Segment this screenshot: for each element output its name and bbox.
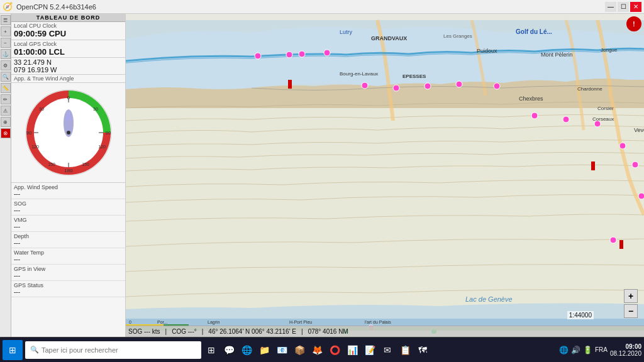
gps-view-section: GPS in View --- xyxy=(11,265,125,281)
wind-gauge-container: 0 180 90 90 30 30 120 120 150 150 xyxy=(11,83,125,183)
cpu-value: 09:00:59 CPU xyxy=(14,29,123,39)
task-icon-9[interactable]: 📝 xyxy=(362,343,377,358)
battery-icon[interactable]: 🔋 xyxy=(583,346,592,354)
svg-text:30: 30 xyxy=(93,107,98,111)
gps-clock-label: Local GPS Clock xyxy=(14,41,123,47)
task-icon-10[interactable]: ✉ xyxy=(380,343,395,358)
gps-view-label: GPS in View xyxy=(14,266,123,272)
task-icon-1[interactable]: ⊞ xyxy=(204,343,219,358)
search-tool[interactable]: 🔍 xyxy=(1,72,11,82)
svg-point-24 xyxy=(324,50,330,56)
dropbox-icon[interactable]: 📦 xyxy=(292,343,307,358)
svg-text:30: 30 xyxy=(39,107,44,111)
svg-text:180: 180 xyxy=(64,168,73,173)
alert-icon[interactable]: ! xyxy=(626,16,641,31)
close-button[interactable]: ✕ xyxy=(630,2,641,12)
water-temp-label: Water Temp xyxy=(14,250,123,256)
svg-point-32 xyxy=(563,116,569,123)
task-icon-2[interactable]: 💬 xyxy=(221,343,236,358)
main-layout: ☰ + − ⚓ ⚙ 🔍 📏 ✏ ⚠ ⊕ ⊗ TABLEAU DE BORD Lo… xyxy=(0,14,644,337)
svg-point-35 xyxy=(632,162,638,168)
left-content: ☰ + − ⚓ ⚙ 🔍 📏 ✏ ⚠ ⊕ ⊗ TABLEAU DE BORD Lo… xyxy=(0,14,125,337)
gps-clock-value: 01:00:00 LCL xyxy=(14,47,123,57)
svg-point-36 xyxy=(638,193,644,199)
task-icon-4[interactable]: 📁 xyxy=(257,343,272,358)
settings-tool[interactable]: ⚙ xyxy=(1,60,11,70)
coords-status: 46° 26.1064' N 006° 43.2116' E xyxy=(208,328,296,335)
titlebar: 🧭 OpenCPN 5.2.4+6b314e6 — ☐ ✕ xyxy=(0,0,644,14)
menu-icon[interactable]: ☰ xyxy=(1,15,11,25)
lang-label[interactable]: FRA xyxy=(595,346,608,353)
search-icon: 🔍 xyxy=(30,346,39,354)
life-ring-icon[interactable]: ⊗ xyxy=(1,128,11,138)
map-canvas: Golf du Lé... Lutry GRANDVAUX Les Grange… xyxy=(126,14,644,337)
svg-text:Lutry: Lutry xyxy=(340,29,353,35)
maximize-button[interactable]: ☐ xyxy=(618,2,629,12)
network-icon[interactable]: 🌐 xyxy=(559,346,569,354)
position-section: 33 21.479 N 079 16.919 W xyxy=(11,58,125,75)
wind-angle-section: App. & True Wind Angle xyxy=(11,75,125,83)
zoom-in-tool[interactable]: + xyxy=(1,26,11,36)
dashboard-header: TABLEAU DE BORD xyxy=(11,14,125,22)
window-title: OpenCPN 5.2.4+6b314e6 xyxy=(16,3,96,11)
wind-gauge: 0 180 90 90 30 30 120 120 150 150 xyxy=(21,85,116,180)
vmg-section: VMG --- xyxy=(11,216,125,232)
taskbar: ⊞ 🔍 ⊞ 💬 🌐 📁 📧 📦 🦊 ⭕ 📊 📝 ✉ 📋 🗺 🌐 🔊 🔋 FRA … xyxy=(0,337,644,362)
svg-rect-40 xyxy=(619,240,623,249)
volume-icon[interactable]: 🔊 xyxy=(571,346,580,354)
zoom-in-button[interactable]: + xyxy=(624,289,638,303)
start-button[interactable]: ⊞ xyxy=(3,340,23,360)
map-area[interactable]: Golf du Lé... Lutry GRANDVAUX Les Grange… xyxy=(126,14,644,337)
task-icon-7[interactable]: ⭕ xyxy=(327,343,342,358)
depth-section: Depth --- xyxy=(11,232,125,248)
svg-text:GRANDVAUX: GRANDVAUX xyxy=(371,35,407,41)
zoom-out-tool[interactable]: − xyxy=(1,38,11,48)
svg-text:120: 120 xyxy=(98,145,106,149)
svg-text:150: 150 xyxy=(82,162,89,167)
sog-status: SOG --- kts xyxy=(128,328,160,335)
svg-point-31 xyxy=(531,112,538,119)
svg-text:Lac de Genève: Lac de Genève xyxy=(465,295,513,303)
taskbar-right: 🌐 🔊 🔋 FRA 09:00 08.12.2020 xyxy=(559,343,641,357)
minimize-button[interactable]: — xyxy=(605,2,616,12)
cpu-label: Local CPU Clock xyxy=(14,23,123,29)
svg-text:EPESSES: EPESSES xyxy=(402,74,426,79)
svg-text:Vevey: Vevey xyxy=(634,127,644,133)
sog-label: SOG xyxy=(14,200,123,207)
water-temp-section: Water Temp --- xyxy=(11,248,125,265)
clock-display: 09:00 08.12.2020 xyxy=(610,343,641,357)
zoom-out-button[interactable]: − xyxy=(624,304,638,318)
gps-status-label: GPS Status xyxy=(14,282,123,288)
task-icon-5[interactable]: 📧 xyxy=(274,343,289,358)
task-icon-12[interactable]: 🗺 xyxy=(415,343,430,358)
task-icon-11[interactable]: 📋 xyxy=(397,343,413,358)
svg-point-37 xyxy=(610,237,616,243)
draw-tool[interactable]: ✏ xyxy=(1,94,11,104)
ais-tool[interactable]: ⊕ xyxy=(1,117,11,127)
svg-text:90: 90 xyxy=(105,130,111,136)
svg-text:150: 150 xyxy=(48,162,55,167)
svg-text:120: 120 xyxy=(31,145,39,149)
svg-text:H-Port Pieu: H-Port Pieu xyxy=(289,320,312,324)
lon-value: 079 16.919 W xyxy=(14,66,123,74)
scale-display: 1:44000 xyxy=(567,311,594,319)
wind-gauge-svg: 0 180 90 90 30 30 120 120 150 150 xyxy=(21,85,116,180)
svg-rect-39 xyxy=(591,162,595,170)
svg-text:Chardonne: Chardonne xyxy=(577,86,602,92)
task-icon-8[interactable]: 📊 xyxy=(345,343,360,358)
measure-tool[interactable]: 📏 xyxy=(1,83,11,93)
svg-text:Lagrin: Lagrin xyxy=(208,320,220,325)
svg-text:l'art du Palais: l'art du Palais xyxy=(365,320,391,324)
gps-view-value: --- xyxy=(14,272,123,279)
anchor-tool[interactable]: ⚓ xyxy=(1,49,11,59)
wind-speed-value: --- xyxy=(14,190,123,197)
task-icon-6[interactable]: 🦊 xyxy=(309,343,325,358)
search-input[interactable] xyxy=(42,346,196,354)
task-icon-3[interactable]: 🌐 xyxy=(239,343,254,358)
alert-tool[interactable]: ⚠ xyxy=(1,106,11,116)
sog-value: --- xyxy=(14,207,123,214)
wind-speed-label: App. Wind Speed xyxy=(14,184,123,190)
svg-text:Corseaux: Corseaux xyxy=(592,116,614,122)
search-bar[interactable]: 🔍 xyxy=(25,341,201,359)
gps-clock-section: Local GPS Clock 01:00:00 LCL xyxy=(11,40,125,58)
